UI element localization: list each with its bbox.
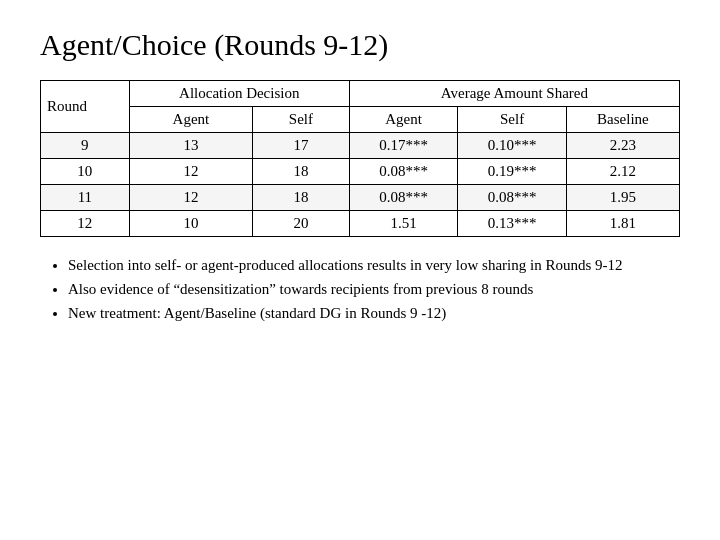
alloc-agent-cell: 13 — [129, 133, 252, 159]
alloc-self-cell: 18 — [253, 185, 350, 211]
avg-self-cell: 0.19*** — [458, 159, 567, 185]
data-table: Round Allocation Decision Average Amount… — [40, 80, 680, 237]
table-row: 1012180.08***0.19***2.12 — [41, 159, 680, 185]
avg-agent-header: Agent — [349, 107, 458, 133]
table-row: 913170.17***0.10***2.23 — [41, 133, 680, 159]
alloc-self-cell: 18 — [253, 159, 350, 185]
alloc-agent-cell: 12 — [129, 185, 252, 211]
avg-self-cell: 0.10*** — [458, 133, 567, 159]
round-cell: 12 — [41, 211, 130, 237]
avg-agent-cell: 0.08*** — [349, 159, 458, 185]
page-container: Agent/Choice (Rounds 9-12) Round Allocat… — [0, 0, 720, 350]
alloc-agent-header: Agent — [129, 107, 252, 133]
allocation-group-header: Allocation Decision — [129, 81, 349, 107]
main-bullets: Selection into self- or agent-produced a… — [40, 255, 680, 324]
alloc-self-cell: 20 — [253, 211, 350, 237]
avg-agent-cell: 1.51 — [349, 211, 458, 237]
avg-baseline-header: Baseline — [566, 107, 679, 133]
round-header: Round — [41, 81, 130, 133]
round-cell: 9 — [41, 133, 130, 159]
bullet-1: Selection into self- or agent-produced a… — [68, 255, 680, 277]
table-row: 1112180.08***0.08***1.95 — [41, 185, 680, 211]
table-row: 1210201.510.13***1.81 — [41, 211, 680, 237]
avg-baseline-cell: 2.23 — [566, 133, 679, 159]
avg-agent-cell: 0.17*** — [349, 133, 458, 159]
bullet-2: Also evidence of “desensitization” towar… — [68, 279, 680, 301]
alloc-self-cell: 17 — [253, 133, 350, 159]
round-cell: 11 — [41, 185, 130, 211]
bullet-section: Selection into self- or agent-produced a… — [40, 255, 680, 324]
avg-agent-cell: 0.08*** — [349, 185, 458, 211]
avg-self-cell: 0.08*** — [458, 185, 567, 211]
page-title: Agent/Choice (Rounds 9-12) — [40, 28, 680, 62]
round-cell: 10 — [41, 159, 130, 185]
avg-self-cell: 0.13*** — [458, 211, 567, 237]
bullet-3: New treatment: Agent/Baseline (standard … — [68, 303, 680, 325]
avg-baseline-cell: 1.95 — [566, 185, 679, 211]
alloc-agent-cell: 10 — [129, 211, 252, 237]
avg-baseline-cell: 2.12 — [566, 159, 679, 185]
alloc-self-header: Self — [253, 107, 350, 133]
avg-self-header: Self — [458, 107, 567, 133]
avg-baseline-cell: 1.81 — [566, 211, 679, 237]
alloc-agent-cell: 12 — [129, 159, 252, 185]
average-group-header: Average Amount Shared — [349, 81, 679, 107]
